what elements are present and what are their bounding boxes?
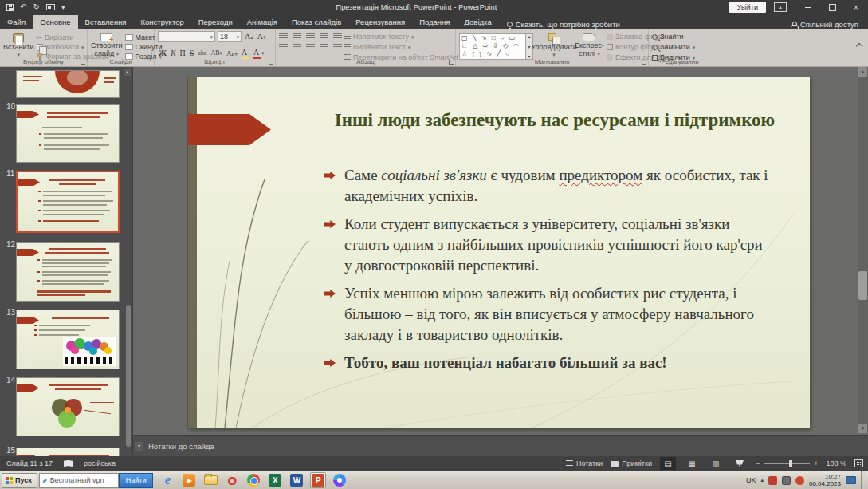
notes-pane[interactable]: ▾ Нотатки до слайда (133, 435, 868, 456)
share-button[interactable]: Спільний доступ (791, 20, 868, 29)
collapse-ribbon-button[interactable] (857, 29, 868, 66)
font-name-combo[interactable]: ▾ (158, 31, 215, 42)
tray-icon-1[interactable] (768, 476, 777, 485)
justify-icon[interactable] (320, 44, 328, 51)
paragraph-dialog-launcher[interactable] (449, 60, 454, 65)
language-indicator[interactable]: російська (84, 459, 116, 467)
thumbs-scroll-up-icon[interactable]: ▴ (124, 69, 131, 76)
taskbar-clock[interactable]: 10:27 06.04.2023 (809, 473, 841, 487)
fit-slide-to-window-icon[interactable] (854, 459, 863, 467)
browser-purple-icon[interactable] (332, 472, 348, 488)
tab-slideshow[interactable]: Показ слайдів (285, 15, 348, 29)
text-direction-button[interactable]: Напрямок тексту ▾ (344, 33, 463, 41)
zoom-slider-handle[interactable] (789, 460, 792, 467)
scrollbar-thumb[interactable] (858, 271, 867, 300)
strikethrough-button[interactable]: S (189, 49, 195, 58)
scroll-down-icon[interactable]: ▾ (858, 424, 867, 433)
view-normal-button[interactable]: ▤ (660, 457, 676, 470)
close-button[interactable]: × (844, 0, 868, 14)
comments-toggle[interactable]: Примітки (611, 459, 652, 467)
highlight-color-button[interactable]: А (241, 48, 250, 59)
redo-icon[interactable]: ↻ (33, 3, 39, 11)
replace-button[interactable]: Замінити ▾ (652, 43, 695, 51)
drawing-dialog-launcher[interactable] (642, 60, 646, 65)
undo-icon[interactable]: ↶ (20, 3, 26, 11)
shapes-gallery[interactable]: ▢ ╲ ↘ □ ○ ▭ ∟ △ ⇨ ⇩ ◇ ◠ ☆ ( ) ∿ ╱ ○ (459, 33, 526, 60)
network-icon[interactable] (846, 476, 856, 484)
numbering-icon[interactable] (293, 33, 301, 40)
media-player-icon[interactable]: ▶ (181, 472, 197, 488)
slide-body-textbox[interactable]: Саме соціальні зв'язки є чудовим предикт… (324, 165, 770, 381)
slide-canvas[interactable]: Інші люди забезпечують нас ресурсами і п… (188, 77, 810, 428)
language-switcher[interactable]: UK (746, 476, 756, 484)
chrome-icon[interactable] (245, 472, 261, 488)
tell-me-box[interactable]: Скажіть, що потрібно зробити (499, 20, 628, 29)
bold-button[interactable]: Ж (158, 49, 167, 58)
zoom-in-button[interactable]: + (814, 459, 818, 467)
decrease-indent-icon[interactable] (306, 33, 315, 40)
slide-title-textbox[interactable]: Інші люди забезпечують нас ресурсами і п… (328, 108, 782, 132)
underline-button[interactable]: П (179, 49, 187, 58)
bullets-icon[interactable] (279, 33, 288, 40)
zoom-out-button[interactable]: − (756, 459, 760, 467)
line-spacing-icon[interactable] (333, 33, 342, 40)
view-reading-button[interactable]: ▥ (708, 457, 724, 470)
increase-indent-icon[interactable] (320, 33, 328, 40)
thumbnail-scrollbar[interactable] (126, 305, 131, 447)
tab-transitions[interactable]: Переходи (191, 15, 240, 29)
columns-icon[interactable] (333, 44, 342, 51)
search-input[interactable]: e Бесплатный vpn (39, 473, 119, 488)
shadow-button[interactable]: abc (197, 49, 207, 58)
new-slide-button[interactable]: Створити слайд ▾ (91, 31, 123, 57)
internet-explorer-icon[interactable]: e (159, 472, 175, 488)
tab-animations[interactable]: Анімація (240, 15, 285, 29)
show-desktop-button[interactable] (861, 471, 866, 489)
tab-review[interactable]: Рецензування (348, 15, 412, 29)
opera-icon[interactable]: O (224, 472, 240, 488)
shrink-font-button[interactable]: А▾ (257, 32, 267, 41)
tab-insert[interactable]: Вставлення (78, 15, 134, 29)
search-find-button[interactable]: Найти (119, 473, 154, 488)
powerpoint-icon-active[interactable]: P (310, 472, 326, 488)
qat-customize-icon[interactable]: ▾ (61, 3, 65, 11)
italic-button[interactable]: К (170, 49, 177, 58)
start-button[interactable]: Пуск (2, 473, 37, 488)
editor-vertical-scrollbar[interactable]: ▴ ▾ (858, 67, 868, 433)
signin-button[interactable]: Увійти (729, 2, 766, 13)
file-explorer-icon[interactable] (202, 472, 218, 488)
view-slideshow-button[interactable] (732, 457, 748, 470)
start-slideshow-icon[interactable] (46, 4, 55, 10)
tray-expand-icon[interactable]: ▴ (760, 477, 764, 483)
character-spacing-button[interactable]: АВ▾ (210, 49, 223, 58)
tab-help[interactable]: Довідка (458, 15, 499, 29)
change-case-button[interactable]: Аа▾ (226, 49, 238, 58)
quick-styles-button[interactable]: Експрес- стилі ▾ (575, 31, 604, 57)
maximize-button[interactable] (820, 0, 844, 14)
arrange-button[interactable]: Упорядкувати ▾ (536, 31, 572, 57)
tray-icon-monitor[interactable] (782, 476, 791, 485)
tray-icon-2[interactable] (795, 476, 804, 485)
font-color-button[interactable]: А▾ (253, 48, 265, 59)
zoom-slider[interactable] (764, 463, 810, 464)
clipboard-dialog-launcher[interactable] (81, 60, 85, 65)
word-icon[interactable]: W (289, 472, 304, 488)
align-left-icon[interactable] (279, 44, 288, 51)
tab-view[interactable]: Подання (412, 15, 457, 29)
font-size-combo[interactable]: 18▾ (218, 31, 242, 42)
tab-home[interactable]: Основне (33, 15, 77, 29)
save-icon[interactable] (6, 4, 14, 11)
spellcheck-icon[interactable] (64, 460, 73, 467)
minimize-button[interactable] (796, 0, 820, 14)
align-text-button[interactable]: Вирівняти текст ▾ (344, 43, 463, 51)
align-center-icon[interactable] (293, 44, 301, 51)
notes-collapse-icon[interactable]: ▾ (135, 442, 143, 451)
zoom-percentage[interactable]: 108 % (826, 459, 846, 467)
align-right-icon[interactable] (306, 44, 315, 51)
scroll-up-icon[interactable]: ▴ (858, 67, 867, 77)
tab-file[interactable]: Файл (0, 15, 33, 29)
view-slide-sorter-button[interactable]: ▦ (684, 457, 700, 470)
grow-font-button[interactable]: А▴ (244, 32, 254, 41)
excel-icon[interactable]: X (267, 472, 283, 488)
paste-button[interactable]: Вставити ▾ (3, 31, 34, 57)
font-dialog-launcher[interactable] (269, 60, 273, 65)
